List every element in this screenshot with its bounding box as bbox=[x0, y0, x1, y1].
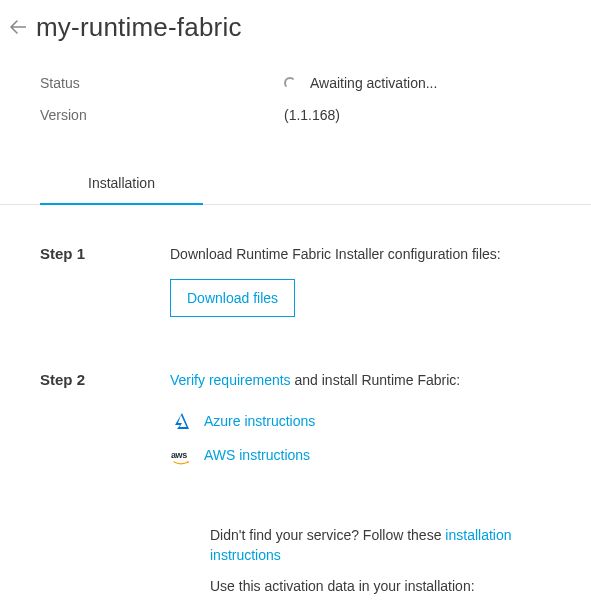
status-value: Awaiting activation... bbox=[284, 75, 437, 91]
tabs-container: Installation bbox=[0, 165, 591, 205]
step-2-label: Step 2 bbox=[40, 371, 170, 473]
step-1-text: Download Runtime Fabric Installer config… bbox=[170, 245, 551, 265]
verify-requirements-link[interactable]: Verify requirements bbox=[170, 372, 291, 388]
not-found-text: Didn't find your service? Follow these i… bbox=[210, 526, 551, 565]
not-found-prefix: Didn't find your service? Follow these bbox=[210, 527, 445, 543]
version-label: Version bbox=[40, 107, 284, 123]
tab-installation[interactable]: Installation bbox=[40, 165, 203, 205]
meta-section: Status Awaiting activation... Version (1… bbox=[0, 49, 591, 131]
step-2-suffix: and install Runtime Fabric: bbox=[291, 372, 461, 388]
status-text: Awaiting activation... bbox=[310, 75, 437, 91]
page-title: my-runtime-fabric bbox=[36, 12, 242, 43]
azure-instructions-link[interactable]: Azure instructions bbox=[204, 413, 315, 429]
status-label: Status bbox=[40, 75, 284, 91]
aws-icon: aws bbox=[170, 446, 192, 464]
version-value: (1.1.168) bbox=[284, 107, 340, 123]
spinner-icon bbox=[284, 77, 296, 89]
back-arrow-icon[interactable] bbox=[10, 19, 26, 37]
azure-icon bbox=[170, 412, 192, 430]
activation-label: Use this activation data in your install… bbox=[210, 577, 551, 597]
aws-instructions-link[interactable]: AWS instructions bbox=[204, 447, 310, 463]
step-2-text: Verify requirements and install Runtime … bbox=[170, 371, 551, 391]
download-files-button[interactable]: Download files bbox=[170, 279, 295, 317]
step-1-label: Step 1 bbox=[40, 245, 170, 317]
